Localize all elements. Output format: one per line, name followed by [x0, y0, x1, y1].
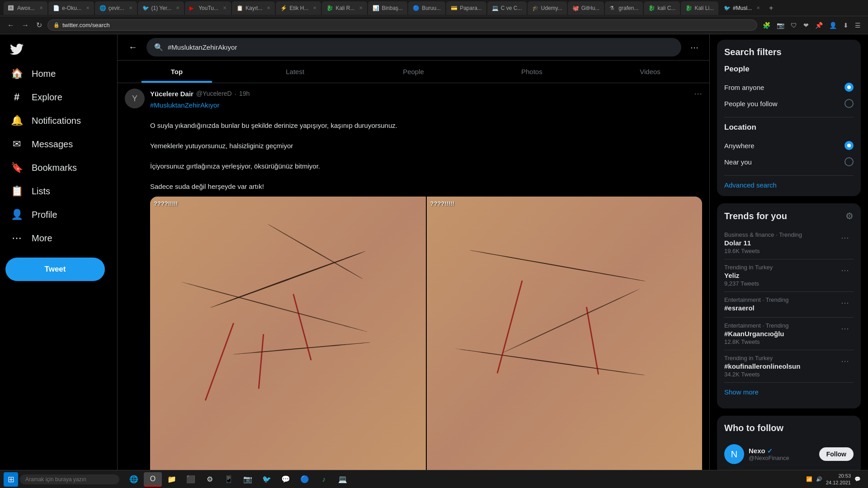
trend-more-button[interactable]: ⋯ [841, 322, 854, 335]
radio-people-follow[interactable] [844, 99, 854, 108]
radio-near-you[interactable] [844, 157, 854, 166]
taskbar-app-terminal[interactable]: ⬛ [182, 472, 200, 487]
trend-more-button[interactable]: ⋯ [841, 231, 854, 244]
extensions-icon[interactable]: 🧩 [761, 20, 772, 31]
refresh-button[interactable]: ↻ [34, 19, 44, 31]
tab-kayit[interactable]: 📋 Kayıt... ✕ [232, 1, 275, 15]
tab-papara[interactable]: 💳 Papara... [446, 1, 486, 15]
tab-close-cevir[interactable]: ✕ [129, 5, 132, 10]
back-button[interactable]: ← [5, 19, 16, 31]
filter-anywhere[interactable]: Anywhere [724, 137, 854, 154]
sidebar-item-lists[interactable]: 📋 Lists [5, 180, 112, 202]
forward-button[interactable]: → [20, 19, 31, 31]
taskbar-app-instagram[interactable]: 📷 [239, 472, 257, 487]
follow-button[interactable]: Follow [819, 447, 854, 461]
trend-more-button[interactable]: ⋯ [841, 264, 854, 277]
tab-etik[interactable]: ⚡ Etik H... ✕ [276, 1, 321, 15]
show-more-link[interactable]: Show more [724, 383, 854, 401]
taskbar-app-discord[interactable]: 💬 [277, 472, 295, 487]
download-icon[interactable]: ⬇ [841, 20, 850, 31]
sidebar-item-more[interactable]: ⋯ More [5, 227, 112, 249]
tab-close-awox[interactable]: ✕ [39, 5, 43, 10]
tab-close-kali[interactable]: ✕ [359, 5, 363, 10]
search-more-button[interactable]: ⋯ [687, 39, 702, 56]
tab-grafen[interactable]: ⚗ grafen... [605, 1, 643, 15]
tweet-more-button[interactable]: ⋯ [694, 89, 702, 99]
tab-udemy[interactable]: 🎓 Udemy... [528, 1, 567, 15]
tab-top[interactable]: Top [118, 61, 236, 83]
sidebar-item-profile[interactable]: 👤 Profile [5, 203, 112, 226]
taskbar-app-spotify[interactable]: ♪ [315, 472, 333, 487]
radio-anywhere[interactable] [844, 141, 854, 150]
tab-eoku[interactable]: 📄 e-Oku... ✕ [48, 1, 94, 15]
tab-kali[interactable]: 🐉 Kali R... ✕ [322, 1, 367, 15]
tab-close-musl[interactable]: ✕ [756, 5, 760, 10]
sidebar-item-explore[interactable]: # Explore [5, 86, 112, 108]
taskbar-app-settings[interactable]: ⚙ [201, 472, 219, 487]
taskbar-app-whatsapp[interactable]: 📱 [220, 472, 238, 487]
tab-people[interactable]: People [354, 61, 473, 83]
advanced-search-link[interactable]: Advanced search [724, 181, 777, 189]
tab-videos[interactable]: Videos [591, 61, 709, 83]
tab-github[interactable]: 🐙 GitHu... [568, 1, 604, 15]
tab-buruu[interactable]: 🔵 Buruu... [408, 1, 445, 15]
trend-item[interactable]: Entertainment · Trending #esraerol ⋯ [724, 292, 854, 318]
filter-people-follow[interactable]: People you follow [724, 95, 854, 112]
tab-cve[interactable]: 💻 C ve C... [487, 1, 527, 15]
tab-kalic[interactable]: 🐉 kali C... [644, 1, 680, 15]
tab-close-kayit[interactable]: ✕ [267, 5, 270, 10]
trend-item[interactable]: Trending in Turkey Yeliz 9,237 Tweets ⋯ [724, 259, 854, 292]
new-tab-button[interactable]: + [765, 2, 777, 14]
tab-youtube[interactable]: ▶ YouTu... ✕ [185, 1, 231, 15]
screenshot-icon[interactable]: 📷 [775, 20, 786, 31]
tab-binbas[interactable]: 📊 Binbaş... [368, 1, 407, 15]
sidebar-item-messages[interactable]: ✉ Messages [5, 133, 112, 155]
tweet-hashtag-link[interactable]: #MusluktanZehirAkıyor [150, 101, 219, 109]
taskbar-app-twitter[interactable]: 🐦 [258, 472, 276, 487]
tweet-button[interactable]: Tweet [5, 258, 105, 281]
trend-item[interactable]: Business & finance · Trending Dolar 11 1… [724, 227, 854, 259]
back-navigation-button[interactable]: ← [125, 38, 141, 56]
tab-close-etik[interactable]: ✕ [313, 5, 316, 10]
search-box[interactable]: 🔍 [146, 38, 681, 56]
tweet-images[interactable]: ????!!!!! [150, 197, 702, 488]
trend-more-button[interactable]: ⋯ [841, 296, 854, 309]
heart-icon[interactable]: ❤ [802, 20, 811, 31]
trend-item[interactable]: Trending in Turkey #koufinalleronlineols… [724, 350, 854, 383]
taskbar-app-files[interactable]: 📁 [163, 472, 181, 487]
tab-close-youtube[interactable]: ✕ [223, 5, 226, 10]
browser-toolbar: ← → ↻ 🔒 twitter.com/search 🧩 📷 🛡 ❤ 📌 👤 ⬇… [0, 16, 868, 34]
tab-photos[interactable]: Photos [472, 61, 591, 83]
filter-near-you[interactable]: Near you [724, 154, 854, 170]
taskbar-search-input[interactable] [20, 474, 119, 484]
tab-kalil[interactable]: 🐉 Kali Li... [681, 1, 718, 15]
trend-row: Trending in Turkey #koufinalleronlineols… [724, 355, 854, 378]
tab-cevir[interactable]: 🌐 çevir... ✕ [95, 1, 137, 15]
tab-latest[interactable]: Latest [236, 61, 354, 83]
tab-close-eoku[interactable]: ✕ [86, 5, 90, 10]
menu-icon[interactable]: ☰ [853, 20, 863, 31]
start-button[interactable]: ⊞ [4, 472, 18, 487]
sidebar-item-notifications[interactable]: 🔔 Notifications [5, 109, 112, 132]
trend-item[interactable]: Entertainment · Trending #KaanUrgancıoğl… [724, 318, 854, 350]
profile-icon[interactable]: 👤 [827, 20, 839, 31]
sidebar-item-home[interactable]: 🏠 Home [5, 62, 112, 85]
search-input[interactable] [168, 43, 674, 51]
tab-close-yer[interactable]: ✕ [176, 5, 179, 10]
twitter-logo[interactable] [5, 38, 28, 61]
tab-yer[interactable]: 🐦 (1) Yer... ✕ [138, 1, 184, 15]
trends-settings-icon[interactable]: ⚙ [845, 211, 854, 221]
address-bar[interactable]: 🔒 twitter.com/search [47, 19, 757, 31]
tab-musl[interactable]: 🐦 #Musl... ✕ [719, 1, 764, 15]
taskbar-app-code[interactable]: 💻 [334, 472, 352, 487]
trend-more-button[interactable]: ⋯ [841, 355, 854, 367]
shield-icon[interactable]: 🛡 [789, 20, 799, 31]
taskbar-app-browser[interactable]: 🌐 [125, 472, 143, 487]
radio-from-anyone[interactable] [844, 83, 854, 92]
tab-awox[interactable]: 🅰 Awox... ✕ [4, 1, 47, 15]
taskbar-app-buruu[interactable]: 🔵 [296, 472, 314, 487]
sidebar-item-bookmarks[interactable]: 🔖 Bookmarks [5, 156, 112, 179]
pin-icon[interactable]: 📌 [813, 20, 825, 31]
filter-from-anyone[interactable]: From anyone [724, 79, 854, 95]
taskbar-app-opera[interactable]: O [144, 472, 162, 487]
